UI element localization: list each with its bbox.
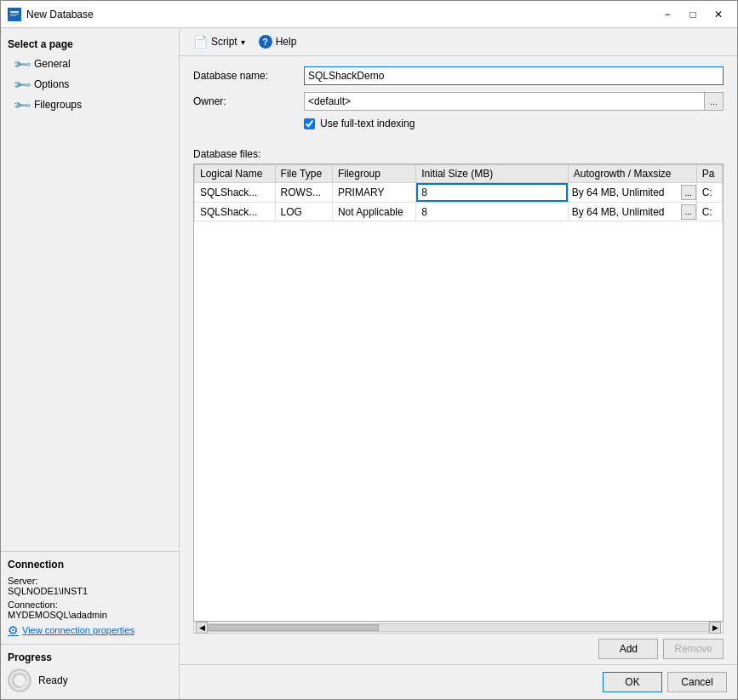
scrollbar-track[interactable] (208, 623, 709, 632)
cancel-button[interactable]: Cancel (667, 672, 727, 692)
script-dropdown-arrow: ▾ (241, 37, 245, 47)
db-files-section: Database files: Logical Name File Type F… (180, 148, 737, 634)
form-area: Database name: Owner: ... Use full-text … (180, 56, 737, 148)
sidebar-item-label-filegroups: Filegroups (34, 99, 82, 111)
main-panel: 📄 Script ▾ ? Help Database name: Owner: (180, 28, 737, 699)
sidebar-item-label-options: Options (34, 78, 69, 90)
server-label: Server: (8, 576, 37, 586)
db-files-label: Database files: (193, 148, 724, 160)
script-button[interactable]: 📄 Script ▾ (190, 33, 249, 50)
script-label: Script (211, 36, 237, 48)
progress-spinner (8, 668, 31, 692)
col-filegroup: Filegroup (332, 165, 415, 183)
scroll-right-arrow[interactable]: ▶ (709, 622, 721, 634)
cell-initial-size: 8 (416, 203, 569, 221)
autogrowth-browse-button[interactable]: ... (681, 204, 696, 220)
autogrowth-browse-button[interactable]: ... (681, 185, 696, 200)
scroll-left-arrow[interactable]: ◀ (196, 622, 208, 634)
db-files-table: Logical Name File Type Filegroup Initial… (194, 164, 723, 221)
script-icon: 📄 (193, 35, 208, 49)
connection-link-icon: ⚙ (8, 623, 19, 637)
cell-initial-size[interactable] (416, 183, 569, 203)
autogrowth-value: By 64 MB, Unlimited (569, 204, 679, 220)
sidebar-item-options[interactable]: 🔧 Options (1, 74, 179, 95)
add-button[interactable]: Add (598, 639, 658, 659)
col-initial-size: Initial Size (MB) (416, 165, 569, 183)
autogrowth-value: By 64 MB, Unlimited (569, 185, 679, 200)
cell-file-type: LOG (275, 203, 332, 221)
sidebar-item-filegroups[interactable]: 🔧 Filegroups (1, 95, 179, 115)
minimize-button[interactable]: − (655, 5, 679, 24)
server-value: SQLNODE1\INST1 (8, 586, 88, 596)
dialog-content: Select a page 🔧 General 🔧 Options 🔧 File… (1, 28, 737, 699)
db-files-table-wrapper[interactable]: Logical Name File Type Filegroup Initial… (193, 164, 724, 622)
fulltext-row: Use full-text indexing (193, 118, 724, 129)
title-bar-controls: − □ ✕ (655, 5, 730, 24)
initial-size-input[interactable] (416, 183, 568, 202)
close-button[interactable]: ✕ (707, 5, 730, 24)
wrench-icon-filegroups: 🔧 (12, 95, 31, 114)
col-file-type: File Type (275, 165, 332, 183)
title-bar: New Database − □ ✕ (1, 1, 737, 28)
db-name-row: Database name: (193, 66, 724, 85)
sidebar-item-label-general: General (34, 58, 71, 70)
table-header-row: Logical Name File Type Filegroup Initial… (195, 165, 723, 183)
cell-filegroup: Not Applicable (332, 203, 415, 221)
table-row: SQLShack...LOGNot Applicable8By 64 MB, U… (195, 203, 723, 221)
cell-logical-name: SQLShack... (195, 203, 276, 221)
progress-ready: Ready (8, 668, 172, 692)
db-name-label: Database name: (193, 70, 304, 82)
svg-rect-3 (10, 15, 16, 16)
wrench-icon-options: 🔧 (12, 74, 31, 94)
help-icon: ? (259, 35, 272, 49)
svg-rect-1 (10, 11, 19, 13)
svg-rect-2 (10, 14, 19, 14)
progress-title: Progress (8, 651, 172, 663)
cell-path: C: (696, 203, 722, 221)
toolbar: 📄 Script ▾ ? Help (180, 28, 737, 56)
server-row: Server: SQLNODE1\INST1 (8, 576, 172, 596)
progress-status: Ready (38, 674, 68, 686)
sidebar-section-title: Select a page (1, 32, 179, 54)
connection-label: Connection: (8, 600, 58, 610)
connection-section: Connection Server: SQLNODE1\INST1 Connec… (1, 551, 179, 644)
owner-browse-button[interactable]: ... (704, 93, 723, 110)
owner-label: Owner: (193, 95, 304, 107)
db-name-input[interactable] (304, 66, 724, 85)
fulltext-checkbox[interactable] (304, 118, 315, 129)
col-autogrowth: Autogrowth / Maxsize (568, 165, 696, 183)
connection-title: Connection (8, 559, 172, 571)
owner-input[interactable] (305, 94, 704, 109)
owner-input-wrapper: ... (304, 92, 724, 111)
scrollbar-thumb[interactable] (209, 624, 379, 631)
view-connection-link[interactable]: ⚙ View connection properties (8, 623, 172, 637)
cell-filegroup: PRIMARY (332, 183, 415, 203)
table-row: SQLShack...ROWS...PRIMARYBy 64 MB, Unlim… (195, 183, 723, 203)
ok-button[interactable]: OK (603, 672, 662, 692)
view-connection-label: View connection properties (22, 625, 134, 635)
cell-autogrowth[interactable]: By 64 MB, Unlimited... (568, 203, 696, 221)
wrench-icon-general: 🔧 (12, 54, 31, 73)
add-remove-row: Add Remove (180, 634, 737, 664)
col-path: Pa (696, 165, 722, 183)
horizontal-scrollbar[interactable]: ◀ ▶ (193, 622, 724, 634)
fulltext-label: Use full-text indexing (320, 118, 415, 129)
new-database-dialog: New Database − □ ✕ Select a page 🔧 Gener… (0, 0, 738, 700)
cell-path: C: (696, 183, 722, 203)
help-label: Help (276, 36, 297, 48)
bottom-buttons: OK Cancel (180, 664, 737, 699)
help-button[interactable]: ? Help (255, 33, 300, 50)
cell-file-type: ROWS... (275, 183, 332, 203)
connection-row: Connection: MYDEMOSQL\adadmin (8, 600, 172, 620)
sidebar-item-general[interactable]: 🔧 General (1, 54, 179, 74)
remove-button[interactable]: Remove (663, 639, 724, 659)
progress-section: Progress Ready (1, 644, 179, 699)
sidebar: Select a page 🔧 General 🔧 Options 🔧 File… (1, 28, 180, 699)
dialog-title: New Database (26, 9, 655, 20)
maximize-button[interactable]: □ (681, 5, 705, 24)
dialog-icon (8, 8, 21, 21)
col-logical-name: Logical Name (195, 165, 276, 183)
connection-value: MYDEMOSQL\adadmin (8, 610, 107, 620)
cell-autogrowth[interactable]: By 64 MB, Unlimited... (568, 183, 696, 203)
cell-logical-name: SQLShack... (195, 183, 276, 203)
